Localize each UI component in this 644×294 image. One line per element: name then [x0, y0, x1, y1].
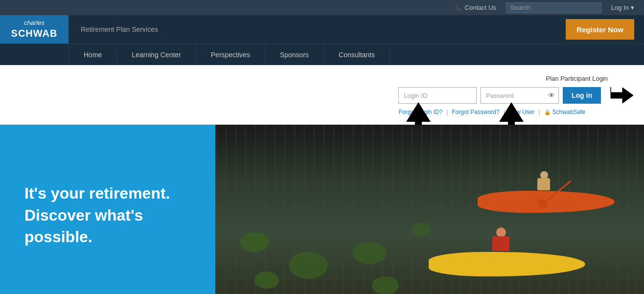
login-label: Log In: [611, 4, 629, 11]
loginid-input[interactable]: [398, 87, 477, 104]
show-password-icon[interactable]: 👁: [548, 91, 555, 99]
login-links: Forgot Login ID? | Forgot Password? | Ne…: [399, 109, 585, 115]
site-title: Retirement Plan Services: [81, 25, 566, 33]
hero-line2: Discover what's: [24, 204, 170, 226]
lily-pad: [372, 276, 399, 294]
forgot-loginid-link[interactable]: Forgot Login ID?: [399, 109, 442, 115]
nav-sponsors[interactable]: Sponsors: [265, 44, 324, 66]
password-input[interactable]: [481, 87, 559, 104]
new-user-link[interactable]: New User: [509, 109, 535, 115]
contact-label: Contact Us: [465, 4, 496, 11]
paddle1: [536, 179, 575, 208]
logo[interactable]: charles SCHWAB: [0, 15, 69, 44]
top-bar: 📞 Contact Us Log In ▾: [0, 0, 644, 15]
kayaker2: [492, 227, 509, 254]
lock-icon: 🔒: [544, 109, 551, 115]
password-wrap: 👁: [481, 87, 559, 104]
lily-pad: [240, 232, 269, 252]
lily-pad: [254, 271, 279, 289]
lily-pad: [411, 223, 431, 236]
svg-line-3: [541, 181, 571, 205]
hero-image: [215, 125, 644, 294]
logo-text: charles SCHWAB: [11, 19, 58, 40]
nav-learning-center[interactable]: Learning Center: [117, 44, 196, 66]
register-button[interactable]: Register Now: [566, 19, 634, 40]
login-panel-wrapper: Plan Participant Login 👁 Log in Forgot L…: [0, 65, 644, 125]
hero-blue-panel: It's your retirement. Discover what's po…: [0, 125, 215, 294]
svg-point-4: [536, 197, 549, 208]
login-button[interactable]: Log in: [563, 87, 601, 104]
arrow-right-annotation: [605, 85, 634, 106]
login-chevron-icon: ▾: [631, 4, 634, 11]
nav-perspectives[interactable]: Perspectives: [196, 44, 265, 66]
logo-charles: charles: [11, 19, 58, 27]
contact-us-link[interactable]: 📞 Contact Us: [455, 4, 496, 11]
header: charles SCHWAB Retirement Plan Services …: [0, 15, 644, 44]
phone-icon: 📞: [455, 4, 462, 11]
nav-bar: Home Learning Center Perspectives Sponso…: [0, 44, 644, 65]
hero-section: It's your retirement. Discover what's po…: [0, 125, 644, 294]
login-panel-title: Plan Participant Login: [546, 75, 608, 82]
kayak-yellow: [429, 232, 585, 276]
svg-marker-0: [611, 87, 633, 103]
hero-text: It's your retirement. Discover what's po…: [24, 182, 170, 248]
lily-pad: [289, 252, 328, 279]
kayak2-body: [429, 252, 585, 276]
lily-pad: [352, 242, 387, 264]
forgot-password-link[interactable]: Forgot Password?: [452, 109, 499, 115]
search-input[interactable]: [506, 2, 601, 13]
login-row: 👁 Log in: [398, 85, 634, 106]
logo-schwab: SCHWAB: [11, 27, 58, 40]
schwab-safe-link[interactable]: 🔒 SchwabSafe: [544, 109, 585, 115]
hero-line1: It's your retirement.: [24, 182, 170, 204]
login-panel: Plan Participant Login 👁 Log in Forgot L…: [0, 70, 644, 120]
hero-line3: possible.: [24, 226, 170, 248]
nav-consultants[interactable]: Consultants: [324, 44, 390, 66]
nav-home[interactable]: Home: [69, 44, 117, 66]
login-link[interactable]: Log In ▾: [611, 4, 634, 11]
